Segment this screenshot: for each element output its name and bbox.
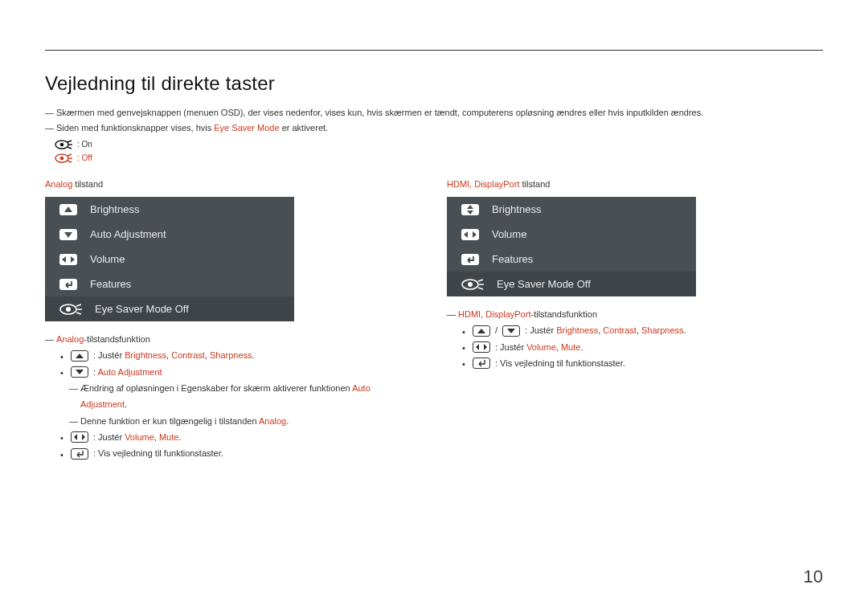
hdmi-osd-panel: Brightness Volume Features Eye Saver Mod… <box>447 197 696 296</box>
arrow-down-icon <box>71 366 88 378</box>
svg-line-4 <box>68 147 72 149</box>
up-down-icon <box>458 202 482 217</box>
dash-icon: ― <box>447 306 455 322</box>
intro-block: ― Skærmen med genvejsknappen (menuen OSD… <box>45 106 823 165</box>
analog-osd-panel: Brightness Auto Adjustment Volume Featur… <box>45 197 294 321</box>
bullet-icon: • <box>58 369 66 378</box>
enter-icon <box>71 448 88 460</box>
osd-row-features: Features <box>45 272 294 296</box>
dash-icon: ― <box>69 380 77 396</box>
enter-icon <box>56 277 80 292</box>
left-right-icon <box>458 227 482 242</box>
hdmi-mode-label: HDMI, DisplayPort tilstand <box>447 179 792 189</box>
top-rule <box>45 50 823 51</box>
svg-point-15 <box>66 307 71 312</box>
intro-line-1: Skærmen med genvejsknappen (menuen OSD),… <box>56 106 703 120</box>
osd-row-auto: Auto Adjustment <box>45 222 294 247</box>
svg-line-16 <box>76 304 81 306</box>
dash-icon: ― <box>45 121 53 135</box>
arrow-up-icon <box>473 325 490 337</box>
left-right-icon <box>56 252 80 267</box>
page-title: Vejledning til direkte taster <box>45 72 823 95</box>
dash-icon: ― <box>45 106 53 120</box>
osd-row-brightness: Brightness <box>45 197 294 222</box>
bullet-icon: • <box>58 451 66 460</box>
eye-off-icon <box>55 153 72 163</box>
enter-icon <box>473 358 490 369</box>
svg-line-24 <box>478 280 483 281</box>
hdmi-column: HDMI, DisplayPort tilstand Brightness Vo… <box>447 179 792 462</box>
osd-row-eyesaver: Eye Saver Mode Off <box>447 272 696 296</box>
osd-row-features: Features <box>447 247 696 272</box>
analog-column: Analog tilstand Brightness Auto Adjustme… <box>45 179 391 462</box>
bullet-icon: • <box>460 344 468 353</box>
intro-line-2: Siden med funktionsknapper vises, hvis E… <box>56 121 328 135</box>
arrow-up-icon <box>56 202 80 217</box>
svg-rect-13 <box>59 279 77 290</box>
bullet-icon: • <box>58 434 66 443</box>
svg-point-6 <box>60 156 64 160</box>
arrow-up-icon <box>71 350 88 362</box>
eye-on-icon <box>55 140 72 149</box>
left-right-icon <box>71 431 88 443</box>
svg-point-23 <box>468 282 473 287</box>
eye-off-icon <box>458 277 487 292</box>
legend-off: : Off <box>77 151 92 165</box>
analog-mode-label: Analog tilstand <box>45 179 391 189</box>
legend-on: : On <box>77 137 92 151</box>
svg-line-18 <box>76 313 81 314</box>
svg-line-2 <box>68 141 72 142</box>
dash-icon: ― <box>45 331 53 347</box>
eye-off-icon <box>56 302 85 317</box>
page-number: 10 <box>804 566 823 587</box>
dash-icon: ― <box>69 413 77 429</box>
svg-line-26 <box>478 288 483 289</box>
osd-row-brightness: Brightness <box>447 197 696 222</box>
osd-row-volume: Volume <box>45 247 294 272</box>
bullet-icon: • <box>460 328 468 337</box>
svg-line-9 <box>68 161 72 162</box>
hdmi-notes: ― HDMI, DisplayPort-tilstandsfunktion • … <box>447 306 792 371</box>
bullet-icon: • <box>460 360 468 369</box>
legend: : On : Off <box>55 137 823 165</box>
enter-icon <box>458 252 482 267</box>
svg-point-1 <box>60 142 64 146</box>
arrow-down-icon <box>56 227 80 242</box>
arrow-down-icon <box>502 325 520 337</box>
svg-rect-21 <box>461 254 479 265</box>
osd-row-eyesaver: Eye Saver Mode Off <box>45 296 294 321</box>
analog-notes: ― Analog-tilstandsfunktion • : Justér Br… <box>45 331 391 462</box>
left-right-icon <box>473 341 490 353</box>
svg-line-7 <box>68 154 72 156</box>
osd-row-volume: Volume <box>447 222 696 247</box>
bullet-icon: • <box>58 353 66 362</box>
